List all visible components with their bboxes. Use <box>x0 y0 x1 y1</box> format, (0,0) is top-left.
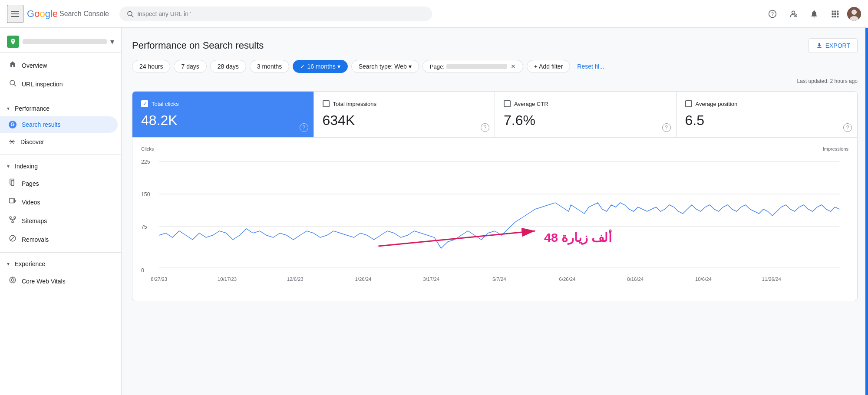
page-filter[interactable]: Page: ✕ <box>422 60 523 73</box>
svg-rect-15 <box>834 16 836 17</box>
svg-line-21 <box>14 84 16 86</box>
average-position-checkbox[interactable] <box>685 100 692 107</box>
svg-text:225: 225 <box>141 159 150 165</box>
metrics-row: Total clicks 48.2K ? Total impressions 6… <box>132 91 858 138</box>
main-layout: ▾ Overview URL inspection ▾ Performance … <box>0 28 868 395</box>
metric-average-ctr[interactable]: Average CTR 7.6% ? <box>495 92 677 137</box>
total-impressions-checkbox[interactable] <box>323 100 330 107</box>
experience-section-label: Experience <box>15 260 45 267</box>
sitemaps-label: Sitemaps <box>22 217 47 224</box>
total-impressions-label: Total impressions <box>333 101 376 107</box>
filter-7d[interactable]: 7 days <box>174 60 206 73</box>
performance-section-label: Performance <box>15 105 50 112</box>
sidebar-item-discover[interactable]: ✳ Discover <box>0 133 118 151</box>
last-updated: Last updated: 2 hours ago <box>132 78 858 84</box>
search-console-label: Search Console <box>59 10 109 18</box>
search-results-icon: G <box>9 121 17 128</box>
url-inspect-input[interactable] <box>137 10 425 17</box>
svg-point-4 <box>792 11 795 14</box>
svg-text:0: 0 <box>141 267 144 273</box>
svg-rect-27 <box>14 217 16 218</box>
sidebar-item-url-inspection[interactable]: URL inspection <box>0 75 118 93</box>
average-ctr-help-icon[interactable]: ? <box>662 123 671 132</box>
svg-rect-23 <box>11 181 14 186</box>
sitemaps-icon <box>9 216 17 226</box>
home-icon <box>9 60 17 70</box>
discover-label: Discover <box>20 138 44 145</box>
search-type-filter[interactable]: Search type: Web ▾ <box>351 60 419 73</box>
url-search-bar[interactable] <box>119 7 432 21</box>
add-filter-label: + Add filter <box>534 63 563 70</box>
apps-button[interactable] <box>826 5 844 23</box>
svg-rect-16 <box>837 16 838 17</box>
average-position-value: 6.5 <box>685 112 849 128</box>
sidebar-item-core-web-vitals[interactable]: Core Web Vitals <box>0 272 118 290</box>
property-selector[interactable]: ▾ <box>0 31 121 53</box>
help-button[interactable]: ? <box>764 5 781 23</box>
property-name <box>23 39 107 44</box>
sidebar-item-search-results[interactable]: G Search results <box>0 116 118 133</box>
svg-text:150: 150 <box>141 191 150 198</box>
search-type-label: Search type: Web <box>359 63 407 70</box>
chart-container: Clicks Impressions 225 150 75 0 <box>132 138 858 301</box>
svg-line-35 <box>10 236 15 240</box>
sidebar-item-sitemaps[interactable]: Sitemaps <box>0 211 118 230</box>
filter-3m[interactable]: 3 months <box>250 60 290 73</box>
filter-28d[interactable]: 28 days <box>210 60 246 73</box>
svg-text:8/27/23: 8/27/23 <box>151 276 167 282</box>
svg-text:?: ? <box>771 11 774 16</box>
metric-average-position[interactable]: Average position 6.5 ? <box>677 92 858 137</box>
export-button[interactable]: EXPORT <box>809 38 858 53</box>
performance-section-header[interactable]: ▾ Performance <box>0 101 121 116</box>
indexing-section-header[interactable]: ▾ Indexing <box>0 158 121 174</box>
metric-total-clicks-header: Total clicks <box>141 100 305 107</box>
sidebar: ▾ Overview URL inspection ▾ Performance … <box>0 28 122 395</box>
total-impressions-help-icon[interactable]: ? <box>481 123 489 132</box>
average-position-label: Average position <box>696 101 738 107</box>
average-ctr-checkbox[interactable] <box>504 100 511 107</box>
impressions-axis-label: Impressions <box>823 146 848 151</box>
metric-total-impressions[interactable]: Total impressions 634K ? <box>314 92 495 137</box>
nav-divider-2 <box>0 155 121 155</box>
metric-average-position-header: Average position <box>685 100 849 107</box>
url-inspection-label: URL inspection <box>22 81 63 88</box>
sidebar-item-overview[interactable]: Overview <box>0 56 118 75</box>
filter-row: 24 hours 7 days 28 days 3 months ✓ 16 mo… <box>132 60 858 73</box>
total-clicks-help-icon[interactable]: ? <box>300 123 308 132</box>
accounts-button[interactable] <box>785 5 802 23</box>
sidebar-item-removals[interactable]: Removals <box>0 230 118 249</box>
page-filter-close-icon[interactable]: ✕ <box>511 63 516 70</box>
experience-section-header[interactable]: ▾ Experience <box>0 256 121 272</box>
right-scroll-indicator <box>865 28 868 395</box>
user-avatar[interactable] <box>847 7 861 21</box>
main-content: Performance on Search results EXPORT 24 … <box>122 28 868 395</box>
reset-filter-button[interactable]: Reset fil... <box>574 60 607 72</box>
hamburger-menu[interactable] <box>7 5 23 23</box>
add-filter-button[interactable]: + Add filter <box>527 60 571 73</box>
svg-text:5/7/24: 5/7/24 <box>492 276 506 282</box>
pages-icon <box>9 178 17 188</box>
filter-16m[interactable]: ✓ 16 months ▾ <box>293 60 347 73</box>
checkmark-icon: ✓ <box>300 63 305 70</box>
property-icon <box>7 36 19 48</box>
average-position-help-icon[interactable]: ? <box>843 123 852 132</box>
google-logo: Google <box>27 8 58 20</box>
top-header: Google Search Console ? <box>0 0 868 28</box>
sidebar-item-pages[interactable]: Pages <box>0 174 118 193</box>
nav-divider-1 <box>0 97 121 97</box>
notifications-button[interactable] <box>805 5 823 23</box>
logo-g: G <box>27 8 34 19</box>
page-header: Performance on Search results EXPORT <box>132 38 858 53</box>
page-filter-label: Page: <box>430 63 445 70</box>
property-dropdown-icon: ▾ <box>110 37 114 46</box>
svg-rect-13 <box>837 13 838 15</box>
export-label: EXPORT <box>825 42 850 49</box>
total-clicks-checkbox[interactable] <box>141 100 148 107</box>
metric-total-clicks[interactable]: Total clicks 48.2K ? <box>132 92 314 137</box>
total-impressions-value: 634K <box>323 112 486 128</box>
filter-24h[interactable]: 24 hours <box>132 60 170 73</box>
page-title: Performance on Search results <box>132 40 264 51</box>
svg-rect-11 <box>832 13 834 15</box>
search-results-label: Search results <box>22 121 60 128</box>
sidebar-item-videos[interactable]: Videos <box>0 193 118 211</box>
